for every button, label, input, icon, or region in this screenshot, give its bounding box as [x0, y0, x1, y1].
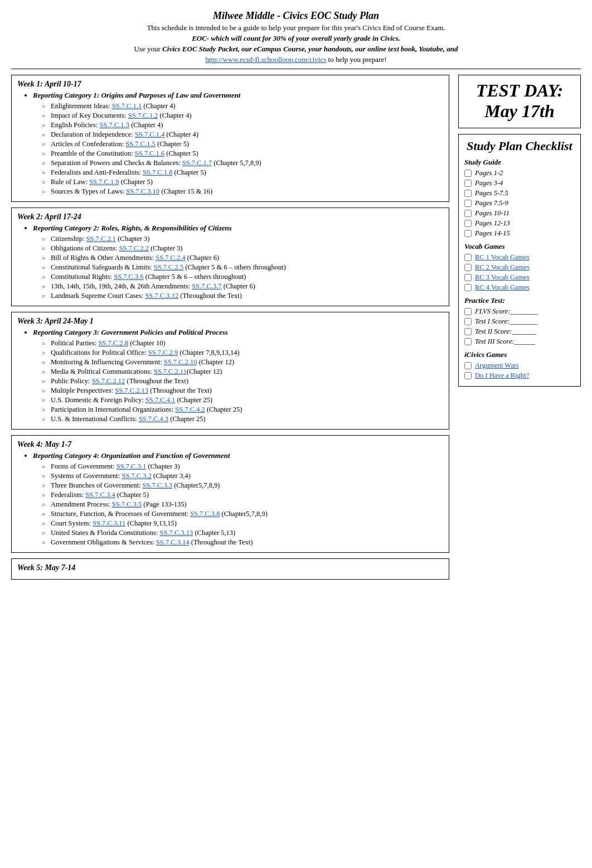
- standard-link[interactable]: SS.7.C.2.2: [119, 244, 149, 252]
- standard-link[interactable]: SS.7.C.4.1: [145, 396, 176, 404]
- list-item: Qualifications for Political Office: SS.…: [42, 349, 443, 357]
- checklist-checkbox[interactable]: [464, 200, 472, 207]
- checklist-checkbox[interactable]: [464, 230, 472, 237]
- checklist-box: Study Plan Checklist Study Guide Pages 1…: [458, 134, 581, 387]
- list-item: Test II Score:_______: [464, 327, 575, 336]
- checklist-checkbox[interactable]: [464, 190, 472, 197]
- standard-link[interactable]: SS.7.C.3.3: [143, 481, 173, 489]
- icivics-game-link[interactable]: Argument Wars: [475, 361, 519, 370]
- checklist-checkbox[interactable]: [464, 220, 472, 227]
- checklist-checkbox[interactable]: [464, 170, 472, 177]
- standard-link[interactable]: SS.7.C.2.1: [86, 235, 117, 243]
- list-item: United States & Florida Constitutions: S…: [42, 529, 443, 537]
- main-layout: Week 1: April 10-17Reporting Category 1:…: [11, 75, 581, 585]
- standard-link[interactable]: SS.7.C.4.2: [175, 406, 205, 413]
- standard-link[interactable]: SS.7.C.1.7: [182, 159, 212, 167]
- standard-link[interactable]: SS.7.C.3.12: [145, 292, 178, 300]
- list-item: Articles of Confederation: SS.7.C.1.5 (C…: [42, 140, 443, 148]
- checklist-checkbox[interactable]: [464, 264, 472, 271]
- standard-link[interactable]: SS.7.C.4.3: [139, 415, 169, 423]
- list-item: Multiple Perspectives: SS.7.C.2.13 (Thro…: [42, 387, 443, 395]
- standard-link[interactable]: SS.7.C.3.13: [160, 529, 193, 537]
- vocab-game-link[interactable]: RC 4 Vocab Games: [475, 283, 530, 292]
- list-item: Media & Political Communications: SS.7.C…: [42, 368, 443, 376]
- week-title-4: Week 4: May 1-7: [17, 440, 443, 449]
- study-guide-list: Pages 1-2Pages 3-4Pages 5-7.5Pages 7.5-9…: [464, 169, 575, 238]
- standard-link[interactable]: SS.7.C.1.9: [89, 178, 119, 186]
- list-item: RC 4 Vocab Games: [464, 283, 575, 292]
- standard-link[interactable]: SS.7.C.3.10: [126, 187, 159, 195]
- week-section-5: Week 5: May 7-14: [11, 558, 449, 580]
- standard-link[interactable]: SS.7.C.2.12: [92, 377, 125, 385]
- standard-link[interactable]: SS.7.C.1.4: [135, 131, 165, 138]
- weeks-container: Week 1: April 10-17Reporting Category 1:…: [11, 75, 449, 580]
- list-item: Landmark Supreme Court Cases: SS.7.C.3.1…: [42, 292, 443, 300]
- standard-link[interactable]: SS.7.C.2.5: [154, 263, 184, 271]
- header-line4: http://www.ecsd-fl.schoolloop.com/civics…: [11, 55, 581, 64]
- list-item: Pages 5-7.5: [464, 189, 575, 197]
- checklist-checkbox[interactable]: [464, 318, 472, 325]
- standard-link[interactable]: SS.7.C.1.6: [135, 150, 165, 157]
- vocab-game-link[interactable]: RC 1 Vocab Games: [475, 253, 530, 262]
- list-item: Test III Score:______: [464, 337, 575, 346]
- standard-link[interactable]: SS.7.C.3.4: [85, 491, 115, 499]
- practice-test-title: Practice Test:: [464, 296, 575, 305]
- standard-link[interactable]: SS.7.C.1.1: [112, 102, 142, 110]
- list-item: Preamble of the Constitution: SS.7.C.1.6…: [42, 150, 443, 158]
- standard-link[interactable]: SS.7.C.1.2: [128, 112, 158, 119]
- standard-link[interactable]: SS.7.C.3.6: [114, 273, 144, 281]
- list-item: Impact of Key Documents: SS.7.C.1.2 (Cha…: [42, 112, 443, 120]
- standard-link[interactable]: SS.7.C.2.11: [154, 368, 187, 375]
- standard-link[interactable]: SS.7.C.3.2: [122, 472, 152, 480]
- standard-link[interactable]: SS.7.C.3.5: [112, 500, 142, 508]
- week-title-2: Week 2: April 17-24: [17, 213, 443, 221]
- checklist-checkbox[interactable]: [464, 338, 472, 345]
- header-line3: Use your Civics EOC Study Packet, our eC…: [11, 45, 581, 54]
- list-item: Federalists and Anti-Federalists: SS.7.C…: [42, 168, 443, 177]
- civics-link[interactable]: http://www.ecsd-fl.schoolloop.com/civics: [205, 55, 326, 64]
- checklist-checkbox[interactable]: [464, 254, 472, 261]
- week-title-5: Week 5: May 7-14: [17, 563, 443, 572]
- standard-link[interactable]: SS.7.C.3.7: [192, 282, 222, 290]
- checklist-checkbox[interactable]: [464, 328, 472, 335]
- list-item: Pages 10-11: [464, 209, 575, 218]
- list-item: 13th, 14th, 15th, 19th, 24th, & 26th Ame…: [42, 282, 443, 291]
- checklist-title: Study Plan Checklist: [464, 139, 575, 153]
- test-day-label: TEST DAY:: [463, 81, 576, 100]
- checklist-checkbox[interactable]: [464, 284, 472, 291]
- checklist-checkbox[interactable]: [464, 362, 472, 369]
- standard-link[interactable]: SS.7.C.3.1: [117, 462, 147, 470]
- list-item: Pages 12-13: [464, 219, 575, 228]
- standard-link[interactable]: SS.7.C.3.11: [93, 519, 125, 527]
- checklist-checkbox[interactable]: [464, 274, 472, 281]
- vocab-games-list: RC 1 Vocab GamesRC 2 Vocab GamesRC 3 Voc…: [464, 253, 575, 292]
- standard-link[interactable]: SS.7.C.1.3: [100, 121, 130, 129]
- category-title-3: Reporting Category 3: Government Policie…: [33, 328, 443, 337]
- standard-link[interactable]: SS.7.C.3.8: [190, 510, 220, 518]
- standard-link[interactable]: SS.7.C.1.5: [125, 140, 156, 148]
- standard-link[interactable]: SS.7.C.3.14: [156, 538, 190, 546]
- week-section-4: Week 4: May 1-7Reporting Category 4: Org…: [11, 435, 449, 553]
- list-item: FLVS Score:________: [464, 307, 575, 316]
- list-item: Court System: SS.7.C.3.11 (Chapter 9,13,…: [42, 519, 443, 528]
- standard-link[interactable]: SS.7.C.2.10: [164, 358, 197, 366]
- standard-link[interactable]: SS.7.C.2.9: [148, 349, 178, 356]
- list-item: Do I Have a Right?: [464, 372, 575, 380]
- vocab-game-link[interactable]: RC 2 Vocab Games: [475, 263, 530, 272]
- header-line4-suffix: to help you prepare!: [326, 55, 386, 64]
- checklist-checkbox[interactable]: [464, 180, 472, 187]
- checklist-checkbox[interactable]: [464, 372, 472, 379]
- standard-link[interactable]: SS.7.C.2.8: [98, 339, 128, 347]
- standard-link[interactable]: SS.7.C.2.4: [156, 254, 186, 262]
- icivics-game-link[interactable]: Do I Have a Right?: [475, 372, 529, 380]
- test-day-box: TEST DAY: May 17th: [458, 75, 581, 128]
- header-line1: This schedule is intended to be a guide …: [11, 23, 581, 32]
- standard-link[interactable]: SS.7.C.2.13: [115, 387, 148, 394]
- week-section-1: Week 1: April 10-17Reporting Category 1:…: [11, 75, 449, 202]
- checklist-checkbox[interactable]: [464, 308, 472, 315]
- list-item: Pages 14-15: [464, 229, 575, 238]
- standard-link[interactable]: SS.7.C.1.8: [143, 168, 173, 176]
- vocab-game-link[interactable]: RC 3 Vocab Games: [475, 273, 530, 282]
- week-title-1: Week 1: April 10-17: [17, 80, 443, 89]
- checklist-checkbox[interactable]: [464, 210, 472, 217]
